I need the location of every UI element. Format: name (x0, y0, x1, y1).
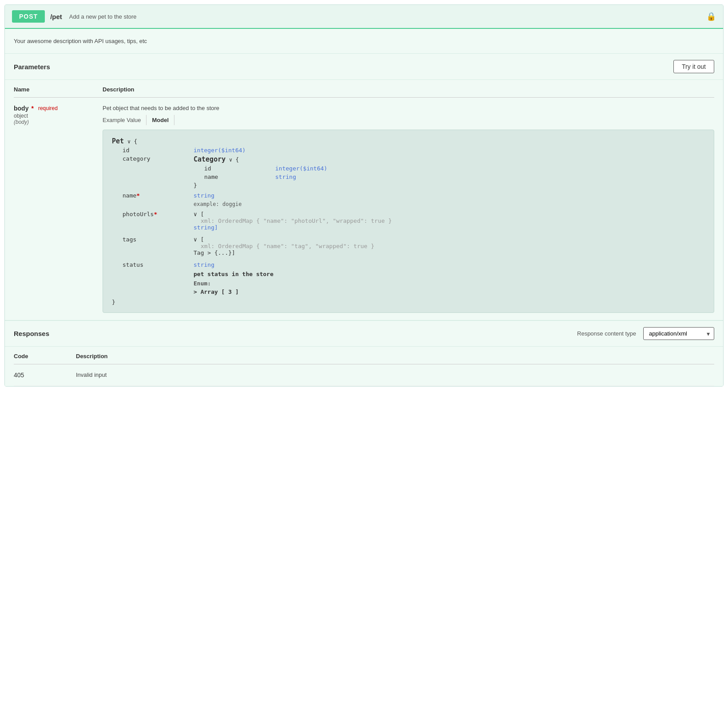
field-tags: tags ∨ [ xml: OrderedMap { "name": "tag"… (123, 234, 705, 258)
example-value-tab[interactable]: Example Value (103, 115, 146, 125)
model-tab[interactable]: Model (152, 115, 174, 125)
responses-title: Responses (14, 330, 49, 337)
model-tabs: Example Value Model (103, 115, 714, 125)
method-badge: POST (12, 10, 45, 23)
field-id: id integer($int64) (123, 147, 705, 154)
field-name-row: name* string (123, 192, 705, 199)
tags-xml-comment: xml: OrderedMap { "name": "tag", "wrappe… (201, 243, 374, 249)
param-name: body (14, 105, 28, 112)
response-content-type-wrapper: Response content type application/xml ap… (577, 327, 714, 340)
param-name-col: body * required object (body) (14, 105, 67, 125)
category-id-name: id (204, 165, 275, 172)
field-name-pet: name* string example: doggie (123, 190, 705, 207)
param-in: (body) (14, 119, 67, 125)
tags-xml: xml: OrderedMap { "name": "tag", "wrappe… (201, 243, 374, 249)
model-pet-header: Pet ∨ { (112, 137, 705, 145)
enum-section: Enum: > Array [ 3 ] (194, 280, 273, 295)
required-star: * (31, 105, 33, 112)
field-status: status string pet status in the store En… (123, 260, 705, 297)
responses-table: Code Description 405 Invalid input (5, 347, 723, 386)
field-photourls-label: photoUrls* (123, 211, 194, 231)
api-description: Your awesome description with API usages… (5, 29, 723, 54)
photourls-xml-comment: xml: OrderedMap { "name": "photoUrl", "w… (201, 217, 392, 224)
category-field-id: id integer($int64) (204, 165, 327, 172)
required-label: required (38, 105, 58, 111)
field-name-example: example: doggie (194, 201, 705, 207)
field-status-type: string (194, 261, 214, 268)
photourls-array: ∨ [ xml: OrderedMap { "name": "photoUrl"… (194, 211, 392, 231)
category-header: Category ∨ { (194, 155, 327, 163)
responses-header: Responses Response content type applicat… (5, 321, 723, 347)
category-field-name: name string (204, 174, 327, 180)
category-chevron[interactable]: ∨ (229, 157, 235, 163)
description-text: Your awesome description with API usages… (14, 38, 147, 44)
tag-collapsed[interactable]: Tag > {...}] (194, 249, 235, 256)
col-header-description: Description (103, 86, 135, 93)
field-status-label: status (123, 261, 194, 295)
field-id-type: integer($int64) (194, 147, 245, 154)
col-header-code: Code (14, 353, 49, 360)
pet-open-brace: { (134, 138, 137, 145)
response-row-405: 405 Invalid input (14, 364, 714, 386)
param-desc-text: Pet object that needs to be added to the… (103, 105, 714, 111)
param-type: object (14, 113, 67, 119)
field-category: category Category ∨ { (123, 155, 705, 189)
col-header-name: Name (14, 86, 67, 93)
category-title: Category (194, 155, 226, 163)
field-name-label: name* (123, 192, 194, 199)
param-name-required: body * required (14, 105, 67, 112)
photourls-xml: xml: OrderedMap { "name": "photoUrl", "w… (201, 217, 392, 224)
status-desc: pet status in the store (194, 271, 273, 277)
params-col-headers: Name Description (14, 80, 714, 98)
field-tags-label: tags (123, 236, 194, 256)
field-photourls: photoUrls* ∨ [ xml: OrderedMap { "name":… (123, 209, 705, 233)
tags-tag-line: Tag > {...}] (194, 249, 374, 256)
category-brace: { (236, 156, 239, 163)
pet-fields: id integer($int64) category Category ∨ (123, 147, 705, 297)
response-code-405: 405 (14, 371, 49, 379)
responses-col-headers: Code Description (14, 347, 714, 364)
category-name-type: string (275, 174, 296, 180)
tags-array: ∨ [ xml: OrderedMap { "name": "tag", "wr… (194, 236, 374, 256)
photourls-type: string] (194, 224, 392, 231)
array-expand[interactable]: > Array [ 3 ] (194, 288, 239, 295)
model-box: Pet ∨ { id integer($int64) (103, 130, 714, 313)
field-name-type: string (194, 192, 214, 199)
parameters-header: Parameters Try it out (5, 54, 723, 80)
field-photourls-row: photoUrls* ∨ [ xml: OrderedMap { "name":… (123, 211, 705, 231)
category-id-type: integer($int64) (275, 165, 327, 172)
photourls-string-type: string] (194, 224, 218, 231)
field-id-name: id (123, 147, 194, 154)
pet-close-brace: } (112, 299, 705, 305)
enum-label: Enum: (194, 280, 211, 287)
category-fields: id integer($int64) name string (204, 165, 327, 180)
responses-section: Responses Response content type applicat… (5, 320, 723, 386)
category-close: } (194, 182, 327, 189)
params-table: Name Description body * required object … (5, 80, 723, 320)
field-tags-row: tags ∨ [ xml: OrderedMap { "name": "tag"… (123, 236, 705, 256)
model-pet-title: Pet (112, 137, 124, 145)
enum-array: > Array [ 3 ] (194, 288, 273, 295)
endpoint-left: POST /pet Add a new pet to the store (12, 10, 137, 23)
api-endpoint-panel: POST /pet Add a new pet to the store 🔒 Y… (4, 4, 724, 387)
parameters-section: Parameters Try it out Name Description b… (5, 54, 723, 320)
field-category-name: category (123, 155, 194, 189)
content-type-select[interactable]: application/xml application/json (643, 327, 714, 340)
example-doggie: example: doggie (194, 201, 241, 207)
photourls-chevron[interactable]: ∨ [ (194, 211, 392, 217)
tags-chevron[interactable]: ∨ [ (194, 236, 374, 243)
endpoint-description: Add a new pet to the store (69, 13, 137, 20)
category-nested: Category ∨ { id integer($int64) (194, 155, 327, 189)
status-content: string pet status in the store Enum: > A… (194, 261, 273, 295)
try-it-out-button[interactable]: Try it out (673, 60, 714, 73)
lock-icon: 🔒 (706, 12, 716, 21)
category-name-name: name (204, 174, 275, 180)
param-desc-col: Pet object that needs to be added to the… (103, 105, 714, 313)
response-desc-405: Invalid input (76, 371, 107, 378)
param-row-body: body * required object (body) Pet object… (14, 98, 714, 320)
status-desc-text: pet status in the store (194, 271, 273, 277)
parameters-title: Parameters (14, 63, 50, 71)
pet-chevron[interactable]: ∨ (127, 138, 134, 145)
col-header-desc: Description (76, 353, 108, 360)
endpoint-path: /pet (50, 13, 62, 20)
